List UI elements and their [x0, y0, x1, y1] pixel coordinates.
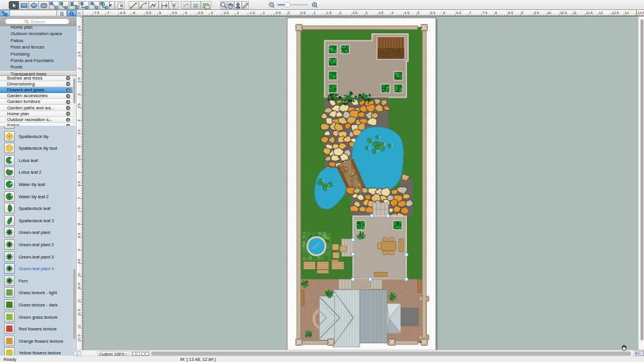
svg-text:13.5: 13.5 [638, 11, 644, 15]
svg-text:3: 3 [77, 93, 81, 95]
svg-text:12: 12 [598, 11, 602, 15]
svg-text:4: 4 [391, 11, 393, 15]
svg-text:6.5: 6.5 [77, 181, 81, 186]
svg-text:-1: -1 [261, 11, 265, 15]
svg-text:-4.5: -4.5 [170, 11, 177, 15]
svg-text:0: 0 [287, 11, 290, 15]
svg-text:-1.5: -1.5 [248, 11, 255, 15]
svg-text:7: 7 [77, 197, 81, 199]
svg-text:2.5: 2.5 [352, 11, 357, 15]
svg-text:11: 11 [77, 299, 81, 303]
svg-text:9: 9 [77, 249, 81, 251]
svg-text:-7: -7 [106, 11, 109, 15]
svg-text:5.5: 5.5 [430, 11, 435, 15]
svg-text:7.5: 7.5 [482, 11, 487, 15]
svg-text:5.5: 5.5 [77, 155, 81, 160]
svg-text:11.5: 11.5 [585, 11, 592, 15]
svg-text:1.5: 1.5 [77, 51, 81, 57]
svg-text:-0.5: -0.5 [275, 11, 281, 15]
svg-text:0.5: 0.5 [300, 11, 306, 15]
svg-text:Search: Search [30, 19, 45, 24]
svg-text:8: 8 [77, 223, 81, 225]
svg-text:-2.5: -2.5 [222, 11, 229, 15]
svg-text:12.5: 12.5 [77, 335, 81, 342]
svg-text:8.5: 8.5 [77, 233, 81, 238]
svg-text:10: 10 [547, 11, 551, 15]
svg-text:1: 1 [313, 11, 316, 15]
svg-text:-6.5: -6.5 [119, 11, 125, 15]
svg-text:9.5: 9.5 [534, 11, 539, 15]
svg-text:3.5: 3.5 [77, 103, 81, 108]
svg-text:10: 10 [77, 273, 81, 277]
svg-text:4: 4 [77, 119, 81, 122]
svg-text:-3: -3 [210, 11, 213, 15]
svg-text:11: 11 [573, 11, 577, 15]
svg-text:9.5: 9.5 [77, 258, 81, 264]
svg-text:-5: -5 [157, 11, 161, 15]
svg-text:2: 2 [77, 67, 81, 70]
svg-text:8: 8 [495, 11, 497, 15]
svg-text:1.5: 1.5 [326, 11, 331, 15]
svg-text:-5.5: -5.5 [145, 11, 151, 15]
svg-text:7.5: 7.5 [77, 207, 81, 212]
svg-text:13: 13 [625, 11, 629, 15]
svg-text:6: 6 [77, 171, 81, 173]
svg-text:2: 2 [339, 11, 341, 15]
svg-text:6: 6 [443, 11, 446, 15]
svg-text:8.5: 8.5 [508, 11, 513, 15]
svg-text:10.5: 10.5 [77, 282, 81, 290]
svg-text:5: 5 [77, 145, 81, 147]
svg-text:0.5: 0.5 [77, 25, 81, 30]
svg-text:-7.5: -7.5 [93, 11, 99, 15]
svg-text:5: 5 [417, 11, 419, 15]
svg-text:10.5: 10.5 [560, 11, 567, 15]
svg-text:4.5: 4.5 [77, 129, 81, 135]
svg-text:-2: -2 [235, 11, 239, 15]
svg-text:9: 9 [520, 11, 523, 15]
svg-text:2.5: 2.5 [77, 77, 81, 82]
svg-text:6.5: 6.5 [456, 11, 461, 15]
svg-text:11.5: 11.5 [77, 309, 81, 316]
svg-text:7: 7 [469, 11, 471, 15]
svg-text:1: 1 [77, 42, 81, 44]
svg-text:12.5: 12.5 [612, 11, 619, 15]
svg-text:-3.5: -3.5 [197, 11, 203, 15]
svg-text:3: 3 [365, 11, 368, 15]
svg-text:12: 12 [77, 325, 81, 329]
svg-text:3.5: 3.5 [378, 11, 383, 15]
svg-text:-6: -6 [132, 11, 135, 15]
svg-text:4.5: 4.5 [404, 11, 409, 15]
svg-text:-4: -4 [184, 11, 187, 15]
